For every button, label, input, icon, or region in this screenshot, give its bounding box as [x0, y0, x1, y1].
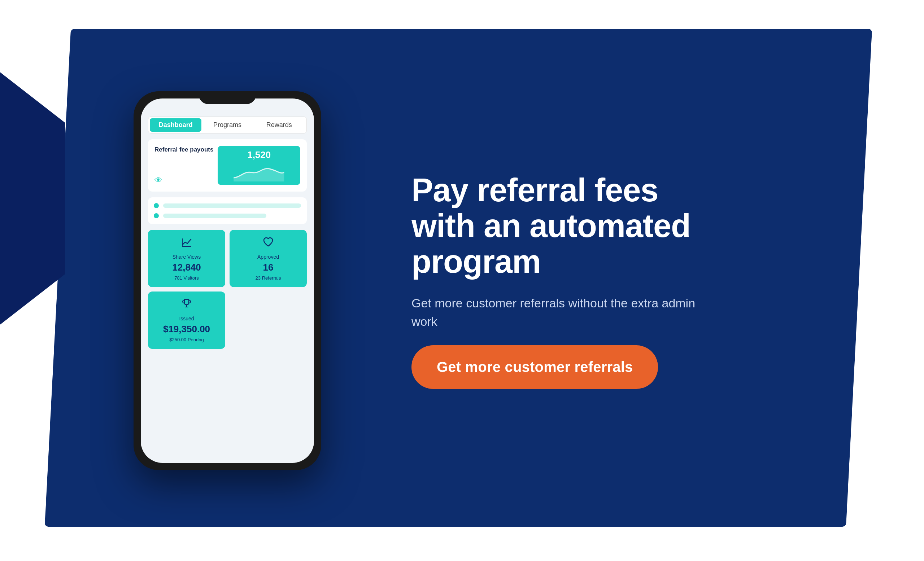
referral-card-chart: 1,520	[218, 146, 300, 185]
stat-card-issued: Issued $19,350.00 $250.00 Pendng	[148, 292, 225, 349]
mini-chart-svg	[221, 163, 297, 181]
tab-programs[interactable]: Programs	[201, 118, 253, 132]
chart-number: 1,520	[247, 150, 271, 160]
chart-icon	[181, 236, 192, 250]
list-item-1	[154, 203, 301, 208]
heart-icon	[262, 236, 274, 250]
share-views-label: Share Views	[172, 254, 201, 260]
trophy-icon	[181, 298, 192, 312]
stat-card-share-views: Share Views 12,840 781 Visitors	[148, 230, 225, 287]
approved-label: Approved	[257, 254, 279, 260]
list-section	[148, 197, 307, 224]
list-item-2	[154, 213, 301, 218]
cta-button[interactable]: Get more customer referrals	[411, 345, 658, 389]
approved-sub: 23 Referrals	[255, 275, 281, 281]
eye-icon: 👁	[154, 176, 213, 185]
approved-number: 16	[263, 262, 274, 273]
list-bar-2	[163, 214, 266, 218]
referral-card-title: Referral fee payouts	[154, 146, 213, 154]
page-wrapper: Dashboard Programs Rewards Referral fee …	[0, 0, 924, 561]
tab-rewards[interactable]: Rewards	[254, 118, 305, 132]
list-dot-2	[154, 213, 159, 218]
content-area: Dashboard Programs Rewards Referral fee …	[65, 46, 859, 515]
issued-label: Issued	[179, 316, 194, 322]
right-section: Pay referral fees with an automated prog…	[390, 144, 859, 418]
list-dot-1	[154, 203, 159, 208]
issued-number: $19,350.00	[163, 324, 210, 335]
phone-screen: Dashboard Programs Rewards Referral fee …	[141, 99, 314, 463]
share-views-sub: 781 Visitors	[174, 275, 199, 281]
left-decorative-shape	[0, 72, 65, 325]
phone-tabs: Dashboard Programs Rewards	[148, 117, 307, 133]
referral-card-left: Referral fee payouts 👁	[154, 146, 213, 185]
stat-card-approved: Approved 16 23 Referrals	[230, 230, 307, 287]
share-views-number: 12,840	[172, 262, 201, 273]
sub-heading: Get more customer referrals without the …	[411, 294, 707, 331]
tab-dashboard[interactable]: Dashboard	[150, 118, 201, 132]
stats-grid: Share Views 12,840 781 Visitors	[148, 230, 307, 349]
main-heading: Pay referral fees with an automated prog…	[411, 172, 830, 280]
phone-notch	[198, 91, 256, 104]
phone-outer: Dashboard Programs Rewards Referral fee …	[134, 91, 321, 470]
referral-fee-card: Referral fee payouts 👁 1,520	[148, 139, 307, 191]
phone-inner: Dashboard Programs Rewards Referral fee …	[141, 99, 314, 463]
phone-section: Dashboard Programs Rewards Referral fee …	[65, 46, 390, 515]
list-bar-1	[163, 203, 301, 208]
issued-sub: $250.00 Pendng	[169, 337, 204, 343]
